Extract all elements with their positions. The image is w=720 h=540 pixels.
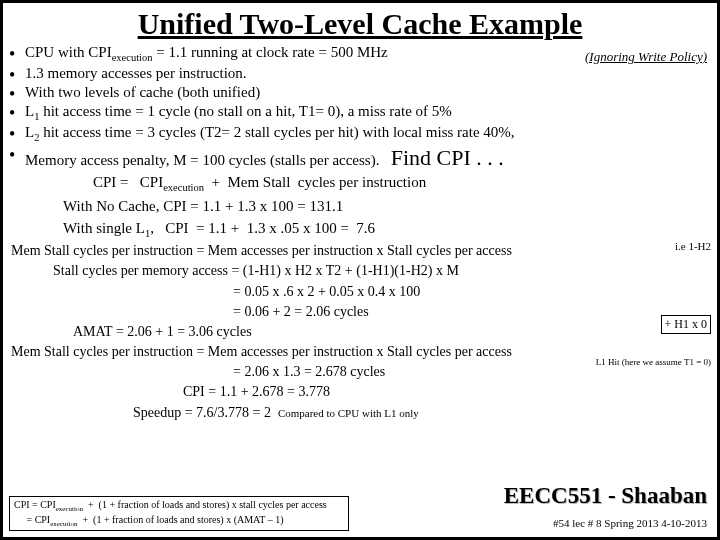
calc: = 0.06 + 2 = 2.06 cycles [233, 303, 709, 321]
calc: Speedup = 7.6/3.778 = 2 Compared to CPU … [133, 404, 709, 422]
margin-note: i.e 1-H2 [675, 240, 711, 252]
calc: CPI = 1.1 + 2.678 = 3.778 [183, 383, 709, 401]
bullet: L1 hit access time = 1 cycle (no stall o… [25, 102, 717, 123]
calc: = 0.05 x .6 x 2 + 0.05 x 0.4 x 100 [233, 283, 709, 301]
footnote-box: CPI = CPIexecution + (1 + fraction of lo… [9, 496, 349, 531]
bullet: 1.3 memory accesses per instruction. [25, 64, 717, 83]
calc: With single L1, CPI = 1.1 + 1.3 x .05 x … [63, 219, 717, 241]
margin-note: + H1 x 0 [661, 315, 711, 334]
formula: CPI = CPIexecution + Mem Stall cycles pe… [63, 173, 717, 195]
margin-note: L1 Hit (here we assume T1 = 0) [596, 357, 711, 367]
calc: AMAT = 2.06 + 1 = 3.06 cycles [73, 323, 709, 341]
formula: Stall cycles per memory access = (1-H1) … [53, 262, 709, 280]
formula: Mem Stall cycles per instruction = Mem a… [11, 242, 709, 260]
find-cpi: Find CPI . . . [391, 145, 504, 170]
calc: With No Cache, CPI = 1.1 + 1.3 x 100 = 1… [63, 197, 717, 217]
bullet: With two levels of cache (both unified) [25, 83, 717, 102]
slide-title: Unified Two-Level Cache Example [3, 7, 717, 41]
slide-number: #54 lec # 8 Spring 2013 4-10-2013 [553, 517, 707, 529]
bullet: CPU with CPIexecution = 1.1 running at c… [25, 43, 717, 64]
bullet: L2 hit access time = 3 cycles (T2= 2 sta… [25, 123, 717, 144]
slide: Unified Two-Level Cache Example (Ignorin… [0, 0, 720, 540]
bullet: Memory access penalty, M = 100 cycles (s… [25, 144, 717, 172]
bullet-list: CPU with CPIexecution = 1.1 running at c… [25, 43, 717, 171]
course-footer: EECC551 - Shaaban [504, 483, 707, 509]
